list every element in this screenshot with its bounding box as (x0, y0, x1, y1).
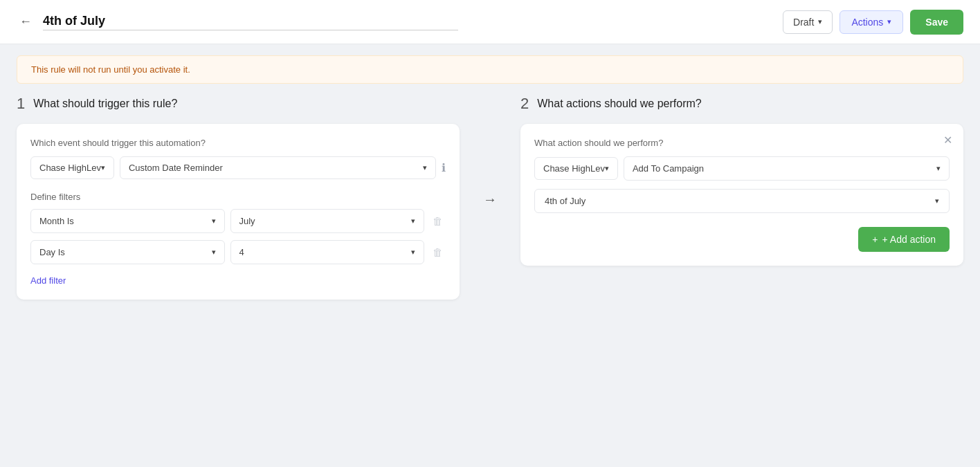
filter-row-1: Month Is ▾ July ▾ 🗑 (30, 209, 446, 233)
filter-delete-icon-2[interactable]: 🗑 (430, 244, 446, 261)
filter-value-chevron-icon-1: ▾ (411, 217, 415, 226)
action-source-chevron-icon: ▾ (605, 164, 609, 173)
arrow-connector: → (476, 95, 504, 208)
actions-section-header: 2 What actions should we perform? (520, 95, 963, 113)
trigger-event-select[interactable]: Custom Date Reminder ▾ (120, 156, 436, 179)
page-title-input[interactable] (43, 14, 458, 30)
action-type-value: Add To Campaign (633, 163, 704, 174)
filter-field-select-2[interactable]: Day Is ▾ (30, 240, 225, 264)
event-label: Which event should trigger this automati… (30, 138, 446, 148)
left-panel: 1 What should trigger this rule? Which e… (17, 95, 476, 300)
arrow-icon: → (483, 192, 497, 208)
filter-value-chevron-icon-2: ▾ (411, 248, 415, 257)
back-button[interactable]: ← (17, 12, 35, 32)
actions-label: Actions (851, 17, 883, 28)
filter-value-1: July (239, 216, 255, 226)
actions-chevron-icon: ▾ (887, 17, 891, 26)
action-source-select[interactable]: Chase HighLev ▾ (534, 157, 618, 180)
filter-value-select-1[interactable]: July ▾ (230, 209, 425, 233)
actions-button[interactable]: Actions ▾ (840, 10, 903, 34)
add-action-button[interactable]: + + Add action (858, 227, 950, 252)
campaign-name-value: 4th of July (545, 196, 586, 206)
info-icon[interactable]: ℹ (442, 161, 446, 174)
filters-label: Define filters (30, 192, 446, 202)
activation-banner: This rule will not run until you activat… (17, 55, 963, 84)
action-card: ✕ What action should we perform? Chase H… (520, 124, 963, 266)
actions-section-number: 2 (520, 95, 529, 113)
trigger-event-value: Custom Date Reminder (129, 163, 223, 173)
action-type-select[interactable]: Add To Campaign ▾ (624, 156, 950, 181)
add-action-icon: + (872, 234, 878, 245)
trigger-section-header: 1 What should trigger this rule? (17, 95, 460, 113)
filter-field-value-1: Month Is (39, 216, 74, 226)
close-button[interactable]: ✕ (943, 134, 952, 147)
add-action-label: + Add action (882, 234, 936, 245)
draft-button[interactable]: Draft ▾ (783, 10, 833, 34)
draft-label: Draft (793, 17, 814, 28)
right-panel: 2 What actions should we perform? ✕ What… (504, 95, 963, 266)
trigger-card: Which event should trigger this automati… (17, 124, 460, 300)
trigger-section-number: 1 (17, 95, 25, 113)
trigger-row: Chase HighLev ▾ Custom Date Reminder ▾ ℹ (30, 156, 446, 179)
main-content: 1 What should trigger this rule? Which e… (0, 95, 980, 467)
add-filter-link[interactable]: Add filter (30, 275, 66, 286)
filter-field-chevron-icon-1: ▾ (212, 217, 216, 226)
action-source-value: Chase HighLev (543, 163, 605, 174)
trigger-section-title: What should trigger this rule? (33, 98, 177, 110)
header: ← Draft ▾ Actions ▾ Save (0, 0, 980, 44)
filter-field-chevron-icon-2: ▾ (212, 248, 216, 257)
trigger-source-chevron-icon: ▾ (101, 163, 105, 172)
trigger-source-value: Chase HighLev (39, 163, 101, 173)
filter-delete-icon-1[interactable]: 🗑 (430, 212, 446, 230)
filter-field-value-2: Day Is (39, 247, 65, 257)
campaign-name-select[interactable]: 4th of July ▾ (534, 189, 950, 213)
save-button[interactable]: Save (910, 10, 963, 35)
trigger-event-chevron-icon: ▾ (423, 163, 427, 172)
actions-section-title: What actions should we perform? (537, 98, 701, 110)
filter-field-select-1[interactable]: Month Is ▾ (30, 209, 225, 233)
filter-row-2: Day Is ▾ 4 ▾ 🗑 (30, 240, 446, 264)
action-row: Chase HighLev ▾ Add To Campaign ▾ (534, 156, 950, 181)
section-pair: 1 What should trigger this rule? Which e… (17, 95, 963, 467)
action-label: What action should we perform? (534, 138, 950, 148)
header-right: Draft ▾ Actions ▾ Save (783, 10, 963, 35)
draft-chevron-icon: ▾ (818, 17, 822, 26)
action-type-chevron-icon: ▾ (936, 164, 941, 173)
campaign-name-chevron-icon: ▾ (935, 196, 939, 205)
filter-value-select-2[interactable]: 4 ▾ (230, 240, 425, 264)
trigger-source-select[interactable]: Chase HighLev ▾ (30, 156, 114, 179)
banner-text: This rule will not run until you activat… (31, 64, 190, 75)
filter-value-2: 4 (239, 247, 244, 257)
